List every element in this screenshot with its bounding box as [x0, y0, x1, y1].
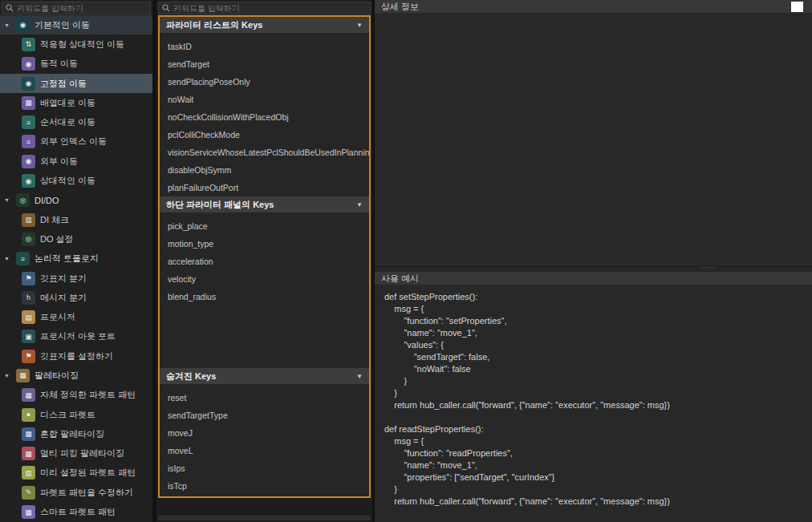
step-label: 자체 정의한 파렛트 패턴	[40, 389, 136, 401]
key-item[interactable]: blend_radius	[160, 288, 369, 306]
step-item[interactable]: ◉고정점 이동	[0, 74, 152, 93]
step-item[interactable]: ⚑깃표지를 설정하기	[0, 346, 152, 366]
step-icon: ⚑	[22, 350, 35, 363]
search-icon	[162, 4, 170, 12]
step-icon: ▦	[22, 447, 35, 460]
section-title: 하단 파라미터 패널의 Keys	[166, 199, 356, 211]
step-item[interactable]: ◉상대적인 이동	[0, 171, 152, 190]
step-label: 외부 인덱스 이동	[40, 136, 107, 148]
step-label: 고정점 이동	[40, 78, 87, 90]
step-item[interactable]: h메시지 분기	[0, 288, 152, 307]
chevron-down-icon[interactable]: ▼	[4, 22, 11, 28]
sidebar-search[interactable]	[2, 2, 151, 14]
key-item[interactable]: sendTargetType	[160, 407, 369, 424]
step-icon: ▤	[22, 310, 35, 324]
step-icon: ⇅	[22, 38, 35, 51]
key-item[interactable]: moveL	[160, 442, 369, 459]
step-item[interactable]: ◉외부 이동	[0, 152, 152, 171]
key-item[interactable]: motion_type	[160, 235, 369, 253]
step-item[interactable]: ≡순서대로 이동	[0, 112, 152, 132]
keys-search[interactable]	[158, 2, 371, 14]
detail-panel: 상세 정보 ······ 사용 예시 def setStepProperties…	[375, 0, 812, 522]
key-item[interactable]: pclColliCheckMode	[160, 126, 369, 144]
step-label: 혼합 팔레타이징	[40, 428, 104, 440]
step-label: 배열대로 이동	[40, 97, 95, 109]
usage-title: 사용 예시	[381, 273, 419, 285]
step-item[interactable]: ≡외부 인덱스 이동	[0, 132, 152, 152]
step-item[interactable]: ▤프로시저	[0, 307, 152, 326]
step-item[interactable]: ▥미리 설정된 파렛트 패턴	[0, 463, 152, 483]
key-item[interactable]: velocity	[160, 270, 369, 288]
key-item[interactable]: visionServiceWhoseLatestPclShouldBeUsedI…	[160, 144, 369, 161]
location-pin-icon: ◉	[16, 18, 30, 32]
detail-content-area	[375, 13, 812, 267]
step-label: 동적 이동	[40, 58, 78, 70]
step-item[interactable]: ▦스마트 파렛트 패턴	[0, 502, 152, 521]
key-item[interactable]: noCheckCollisionWithPlacedObj	[160, 108, 369, 126]
key-item[interactable]: isIps	[160, 459, 369, 477]
group-label: DI/DO	[35, 196, 59, 205]
step-item[interactable]: ▦자체 정의한 파렛트 패턴	[0, 386, 152, 405]
step-icon: ≡	[22, 135, 35, 148]
chevron-down-icon[interactable]: ▼	[356, 22, 363, 29]
sidebar-search-input[interactable]	[17, 4, 147, 13]
key-item[interactable]: sendTarget	[160, 55, 369, 73]
step-icon: ●	[22, 408, 35, 422]
step-item[interactable]: ⚑깃표지 분기	[0, 269, 152, 288]
horizontal-scrollbar[interactable]	[158, 516, 371, 520]
group-row[interactable]: ▼≡논리적 토폴로지	[0, 249, 152, 269]
chevron-down-icon[interactable]: ▼	[4, 197, 11, 203]
section-header[interactable]: 숨겨진 Keys▼	[160, 368, 369, 384]
key-item[interactable]: acceleration	[160, 253, 369, 270]
chevron-down-icon[interactable]: ▼	[4, 256, 11, 261]
step-library-sidebar: ▼◉기본적인 이동⇅적응형 상대적인 이동◉동적 이동◉고정점 이동▦배열대로 …	[0, 0, 156, 522]
step-item[interactable]: ▥DI 체크	[0, 210, 152, 229]
group-row[interactable]: ▼▦팔레타이징	[0, 366, 152, 385]
step-icon: ▥	[22, 466, 35, 480]
step-icon: h	[22, 291, 35, 305]
search-icon	[6, 4, 14, 12]
step-icon: ▦	[22, 96, 35, 110]
section-header[interactable]: 파라미터 리스트의 Keys▼	[160, 17, 369, 33]
key-item[interactable]: isTcp	[160, 477, 369, 495]
step-item[interactable]: ✎파렛트 패턴을 수정하기	[0, 483, 152, 502]
detail-title: 상세 정보	[381, 1, 419, 13]
step-item[interactable]: ▦멀티 피킹 팔레타이징	[0, 444, 152, 463]
group-label: 논리적 토폴로지	[35, 253, 99, 265]
step-item[interactable]: ⇅적응형 상대적인 이동	[0, 34, 152, 54]
section-header[interactable]: 하단 파라미터 패널의 Keys▼	[160, 196, 369, 212]
step-label: 미리 설정된 파렛트 패턴	[40, 467, 136, 479]
chevron-down-icon[interactable]: ▼	[4, 373, 11, 378]
keys-list-container: 파라미터 리스트의 Keys▼taskIDsendTargetsendPlaci…	[158, 15, 371, 498]
step-item[interactable]: ▦혼합 팔레타이징	[0, 424, 152, 443]
key-item[interactable]: disableObjSymm	[160, 161, 369, 179]
key-item[interactable]: planFailureOutPort	[160, 179, 369, 196]
step-item[interactable]: ▦배열대로 이동	[0, 93, 152, 112]
step-item[interactable]: ●디스크 파렛트	[0, 405, 152, 424]
step-item[interactable]: ◎DO 설정	[0, 229, 152, 249]
step-label: 외부 이동	[40, 156, 78, 168]
step-label: 상대적인 이동	[40, 175, 95, 187]
step-label: 프로시저	[40, 311, 75, 323]
step-tree: ▼◉기본적인 이동⇅적응형 상대적인 이동◉동적 이동◉고정점 이동▦배열대로 …	[0, 15, 152, 522]
splitter-handle-icon: ······	[698, 263, 717, 271]
group-row[interactable]: ▼◎DI/DO	[0, 191, 152, 210]
key-item[interactable]: moveJ	[160, 424, 369, 442]
pallet-box-icon: ▦	[16, 369, 30, 382]
key-item[interactable]: noWait	[160, 91, 369, 108]
step-label: 스마트 파렛트 패턴	[40, 506, 116, 518]
keys-search-input[interactable]	[173, 4, 367, 13]
keys-panel: 파라미터 리스트의 Keys▼taskIDsendTargetsendPlaci…	[156, 0, 375, 522]
usage-header: 사용 예시	[375, 272, 812, 285]
group-row[interactable]: ▼◉기본적인 이동	[0, 15, 152, 34]
step-label: DI 체크	[40, 214, 69, 226]
chevron-down-icon[interactable]: ▼	[356, 373, 363, 380]
step-item[interactable]: ◉동적 이동	[0, 55, 152, 74]
step-item[interactable]: ▣프로시저 아웃 포트	[0, 327, 152, 346]
key-item[interactable]: sendPlacingPoseOnly	[160, 73, 369, 91]
detail-action-button[interactable]	[791, 2, 803, 12]
key-item[interactable]: reset	[160, 389, 369, 407]
key-item[interactable]: taskID	[160, 38, 369, 55]
chevron-down-icon[interactable]: ▼	[356, 201, 363, 208]
key-item[interactable]: pick_place	[160, 217, 369, 235]
